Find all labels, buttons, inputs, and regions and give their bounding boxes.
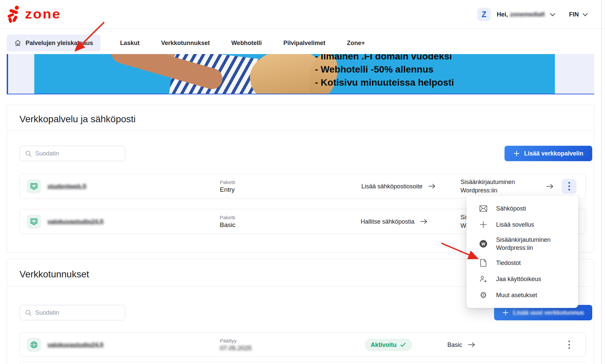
avatar[interactable]: Z: [477, 8, 491, 21]
package-value: Entry: [220, 186, 235, 193]
add-domain-label: Lisää uusi verkkotunnus: [513, 309, 584, 316]
chevron-down-icon: [582, 13, 588, 16]
wordpress-icon: W: [479, 239, 488, 248]
package-cell: Paketti Basic: [220, 215, 235, 229]
row-menu-button[interactable]: [562, 179, 576, 194]
language-label: FIN: [569, 11, 579, 18]
services-filter: [19, 146, 125, 161]
chevron-down-icon: [550, 13, 556, 16]
nav-item-label: Palvelujen yleiskatsaus: [26, 40, 93, 47]
plus-icon: [513, 150, 520, 157]
wordpress-login-link[interactable]: Sisäänkirjautuminen Wordpress:iin: [460, 178, 533, 195]
user-menu[interactable]: Hei, zonemediafi: [497, 11, 556, 18]
globe-icon: [27, 338, 41, 352]
row-menu-button[interactable]: [562, 337, 576, 352]
search-icon: [25, 150, 32, 157]
gear-icon: ⚙: [479, 291, 488, 299]
status-label: Aktivoitu: [371, 341, 397, 348]
check-icon: [400, 343, 406, 347]
arrow-right-icon[interactable]: [546, 183, 554, 189]
zone-logo[interactable]: zone: [7, 5, 61, 23]
menu-item-add-app[interactable]: Lisää sovellus: [467, 217, 578, 233]
nav-item-zone-plus[interactable]: Zone+: [345, 35, 367, 51]
plus-icon: [502, 309, 509, 316]
nav-item-pilvipalvelimet[interactable]: Pilvipalvelimet: [281, 35, 327, 51]
domain-link[interactable]: studentweb.fi: [47, 183, 86, 190]
domains-filter: [19, 305, 125, 320]
section-title-web-services: Verkkopalvelu ja sähköposti: [19, 114, 136, 125]
main-nav: Palvelujen yleiskatsaus Laskut Verkkotun…: [7, 35, 367, 51]
package-label: Paketti: [220, 179, 235, 185]
domain-package-link[interactable]: Basic: [447, 341, 476, 348]
domains-filter-input[interactable]: [35, 305, 121, 320]
search-icon: [25, 309, 32, 317]
arrow-right-icon: [420, 219, 428, 225]
scrollbar[interactable]: [601, 0, 602, 364]
expires-date: 07.05.2025: [220, 345, 252, 352]
arrow-right-icon: [428, 183, 436, 189]
services-filter-input[interactable]: [35, 146, 121, 161]
plus-icon: [479, 221, 488, 228]
menu-item-label: Lisää sovellus: [496, 221, 534, 229]
manage-email-label: Hallitse sähköpostia: [361, 218, 414, 225]
promo-banner-text: - Ilmainen .FI domain vuodeksi - Webhote…: [315, 54, 454, 89]
promo-line: - Webhotelli -50% allennus: [315, 63, 454, 76]
runner-icon: [7, 5, 22, 23]
monitor-icon: [27, 179, 41, 193]
row-context-menu: Sähköposti Lisää sovellus W Sisäänkirjau…: [467, 196, 578, 308]
domain-row-partial: [19, 362, 586, 364]
service-row-studentweb: studentweb.fi Paketti Entry Lisää sähköp…: [19, 174, 586, 199]
nav-item-laskut[interactable]: Laskut: [118, 35, 142, 51]
username: zonemediafi: [510, 11, 545, 18]
add-email-link[interactable]: Lisää sähköpostiosoite: [361, 183, 436, 190]
logo-wordmark: zone: [25, 8, 61, 21]
promo-line: - Ilmainen .FI domain vuodeksi: [315, 54, 454, 63]
menu-item-label: Sähköposti: [496, 204, 526, 213]
domain-link[interactable]: valokuvastudio24.fi: [47, 218, 104, 225]
nav-item-webhotelli[interactable]: Webhotelli: [229, 35, 264, 51]
package-cell: Paketti Entry: [220, 179, 235, 193]
nav-item-verkkotunnukset[interactable]: Verkkotunnukset: [159, 35, 212, 51]
monitor-icon: [27, 215, 41, 229]
add-email-label: Lisää sähköpostiosoite: [361, 183, 422, 190]
status-badge: Aktivoitu: [365, 338, 412, 351]
menu-item-email[interactable]: Sähköposti: [467, 200, 578, 217]
promo-banner-image: - Ilmainen .FI domain vuodeksi - Webhote…: [34, 54, 555, 94]
section-title-domains: Verkkotunnukset: [19, 269, 89, 280]
expires-cell: Päättyy 07.05.2025: [220, 338, 252, 352]
domain-row-valokuvastudio: valokuvastudio24.fi Päättyy 07.05.2025 A…: [19, 332, 586, 357]
file-icon: [479, 259, 488, 267]
menu-item-share-access[interactable]: Jaa käyttöoikeus: [467, 271, 578, 287]
language-selector[interactable]: FIN: [569, 11, 588, 18]
add-web-server-button[interactable]: Lisää verkkopalvelin: [505, 146, 592, 161]
domain-package-label: Basic: [447, 341, 462, 348]
package-label: Paketti: [220, 215, 235, 220]
arrow-right-icon: [468, 342, 476, 348]
svg-text:W: W: [481, 242, 485, 246]
package-value: Basic: [220, 221, 235, 229]
greeting-prefix: Hei,: [497, 11, 508, 18]
menu-item-wordpress-login[interactable]: W Sisäänkirjautuminen Wordpress:iin: [467, 233, 578, 255]
promo-banner[interactable]: - Ilmainen .FI domain vuodeksi - Webhote…: [7, 54, 594, 94]
domain-link[interactable]: valokuvastudio24.fi: [47, 341, 104, 348]
menu-item-label: Muut asetukset: [496, 291, 537, 299]
share-user-icon: [479, 275, 488, 283]
mail-icon: [479, 205, 488, 212]
menu-item-label: Tiedostot: [496, 259, 521, 267]
home-icon: [14, 39, 22, 47]
menu-item-files[interactable]: Tiedostot: [467, 255, 578, 271]
expires-label: Päättyy: [220, 338, 252, 344]
menu-item-label: Jaa käyttöoikeus: [496, 275, 541, 283]
menu-item-label: Sisäänkirjautuminen Wordpress:iin: [496, 236, 560, 252]
manage-email-link[interactable]: Hallitse sähköpostia: [361, 218, 428, 225]
top-header: zone Z Hei, zonemediafi FIN: [0, 0, 605, 29]
nav-item-palvelujen-yleiskatsaus[interactable]: Palvelujen yleiskatsaus: [7, 35, 100, 51]
add-web-server-label: Lisää verkkopalvelin: [524, 150, 583, 157]
promo-line: - Kotisivu minuuteissa helposti: [315, 76, 454, 89]
menu-item-other-settings[interactable]: ⚙ Muut asetukset: [467, 287, 578, 303]
